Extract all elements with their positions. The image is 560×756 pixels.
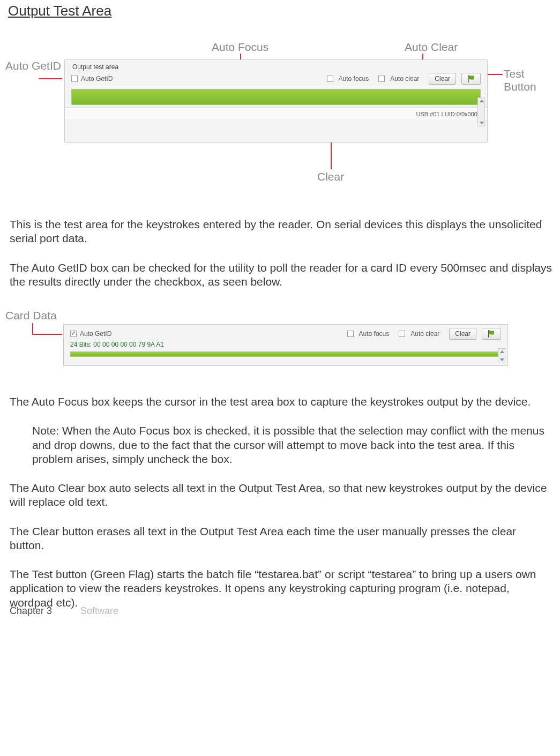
output-test-panel: Output test area Auto GetID Auto focus A… [64,59,488,143]
arrow-line [39,78,62,79]
footer-chapter: Chapter 3 [10,605,52,616]
clear-button[interactable]: Clear [449,328,476,340]
page-footer: Chapter 3 Software [10,605,557,617]
callout-auto-getid: Auto GetID [5,59,61,72]
footer-section: Software [80,605,118,616]
green-flag-icon [487,330,496,338]
svg-rect-0 [468,75,469,83]
paragraph: The Clear button erases all text in the … [10,525,553,553]
auto-getid-label: Auto GetID [80,330,111,338]
auto-getid-label: Auto GetID [81,75,113,83]
note-paragraph: Note: When the Auto Focus box is checked… [32,424,553,466]
auto-clear-checkbox[interactable] [399,331,405,337]
panel-title: Output test area [65,60,487,72]
callout-test-button: Test Button [504,68,557,93]
arrow-line [32,323,33,334]
green-flag-icon [467,75,475,83]
auto-focus-checkbox[interactable] [347,331,354,337]
auto-clear-checkbox[interactable] [378,76,385,82]
auto-focus-label: Auto focus [339,75,369,83]
auto-getid-checkbox[interactable] [70,331,77,337]
paragraph: The Test button (Green Flag) starts the … [10,567,553,610]
auto-focus-label: Auto focus [359,330,390,338]
paragraph: The Auto Clear box auto selects all text… [10,481,553,510]
callout-auto-clear: Auto Clear [405,41,458,54]
paragraph: The Auto Focus box keeps the cursor in t… [10,395,553,409]
arrow-line [32,334,62,335]
test-button[interactable] [482,328,501,340]
auto-clear-label: Auto clear [390,75,419,83]
status-bar: USB #01 LUID:0/0x0000 [65,107,487,119]
diagram-output-test-area: Auto GetID Auto Focus Auto Clear Test Bu… [5,41,557,196]
auto-getid-checkbox[interactable] [71,76,78,82]
card-data-readout: 24 Bits: 00 00 00 00 00 79 9A A1 [64,341,507,349]
scrollbar[interactable] [477,98,485,126]
section-title: Output Test Area [8,3,557,19]
callout-auto-focus: Auto Focus [212,41,268,54]
auto-clear-label: Auto clear [410,330,439,338]
svg-rect-1 [488,330,489,338]
callout-clear: Clear [317,170,344,183]
test-output-area[interactable] [70,351,501,357]
diagram-card-data: Card Data Auto GetID Auto focus Auto cle… [5,304,557,373]
paragraph: The Auto GetID box can be checked for th… [10,261,553,289]
scrollbar[interactable] [498,348,505,363]
paragraph: This is the test area for the keystrokes… [10,218,553,246]
clear-button[interactable]: Clear [429,73,456,85]
auto-focus-checkbox[interactable] [327,76,333,82]
test-button[interactable] [461,73,481,85]
card-data-panel: Auto GetID Auto focus Auto clear Clear 2… [63,324,508,366]
callout-card-data: Card Data [5,309,57,322]
test-output-area[interactable] [71,89,481,105]
